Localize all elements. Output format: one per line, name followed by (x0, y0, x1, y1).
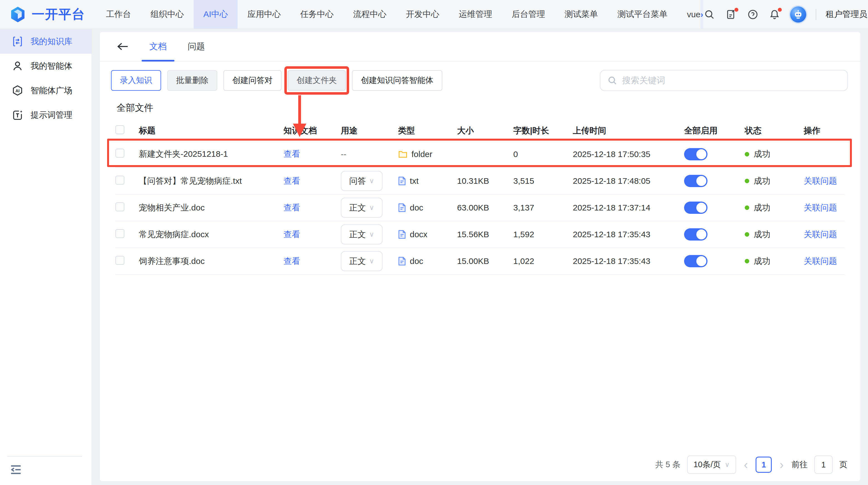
file-title: 新建文件夹-20251218-1 (139, 141, 283, 168)
usage-select[interactable]: 正文∨ (341, 251, 382, 271)
prev-page-icon[interactable]: ‹ (743, 459, 749, 471)
toolbar-buttons: 录入知识批量删除创建问答对创建文件夹创建知识问答智能体 (111, 70, 448, 91)
tab-bar: 文档 问题 (100, 32, 860, 61)
nav-item[interactable]: 后台管理 (502, 0, 555, 29)
button-label: 创建问答对 (232, 75, 273, 86)
related-questions-link[interactable]: 关联问题 (804, 256, 837, 266)
related-questions-link[interactable]: 关联问题 (804, 176, 837, 186)
file-type: folder (411, 149, 432, 159)
view-doc-link[interactable]: 查看 (283, 230, 300, 239)
button-label: 创建知识问答智能体 (361, 75, 433, 86)
help-icon[interactable] (747, 8, 759, 21)
usage-select[interactable]: 正文∨ (341, 198, 382, 218)
file-icon (398, 230, 406, 239)
toolbar-button[interactable]: 创建知识问答智能体 (352, 70, 442, 91)
tab-questions[interactable]: 问题 (177, 32, 216, 61)
status-dot (745, 179, 749, 183)
column-header: 用途 (341, 120, 398, 141)
search-box (600, 70, 848, 91)
sidebar-item[interactable]: 我的智能体 (0, 54, 92, 78)
enable-toggle[interactable] (684, 228, 708, 240)
prompt-manage-icon (12, 109, 23, 121)
file-title: 【问答对】常见宠物病症.txt (139, 168, 283, 194)
search-icon[interactable] (703, 8, 716, 21)
nav-item[interactable]: 流程中心 (343, 0, 396, 29)
goto-page-input[interactable] (814, 455, 833, 474)
sidebar-menu: 我的知识库我的智能体AI智能体广场提示词管理 (0, 29, 92, 127)
assistant-avatar[interactable] (790, 6, 806, 23)
file-size: 10.31KB (457, 168, 513, 194)
nav-item[interactable]: 任务中心 (290, 0, 343, 29)
view-doc-link[interactable]: 查看 (283, 203, 300, 212)
toolbar-button[interactable]: 创建问答对 (223, 70, 282, 91)
toolbar-button[interactable]: 录入知识 (111, 70, 161, 91)
brand-logo[interactable]: 一开平台 (0, 0, 96, 29)
nav-item[interactable]: 工作台 (96, 0, 141, 29)
nav-item[interactable]: 运维管理 (449, 0, 502, 29)
user-role-label[interactable]: 租户管理员 (826, 9, 867, 20)
sidebar-item[interactable]: 我的知识库 (0, 29, 92, 54)
file-table: 标题知识文档用途类型大小字数|时长上传时间全部启用状态操作 新建文件夹-2025… (116, 120, 845, 275)
nav-right-section: 租户管理员 (703, 0, 868, 29)
file-size: 15.56KB (457, 221, 513, 248)
search-input[interactable] (622, 76, 840, 85)
create-folder-button[interactable]: 创建文件夹 (288, 70, 346, 91)
nav-item[interactable]: vue (677, 0, 700, 29)
back-button[interactable] (114, 38, 131, 55)
toolbar-button[interactable]: 批量删除 (167, 70, 217, 91)
bell-icon[interactable] (768, 8, 781, 21)
usage-select[interactable]: 问答∨ (341, 171, 382, 191)
button-label: 创建文件夹 (297, 75, 337, 86)
enable-toggle[interactable] (684, 148, 708, 160)
nav-item[interactable]: 测试平台菜单 (608, 0, 677, 29)
page-suffix: 页 (839, 459, 847, 470)
column-header: 字数|时长 (513, 120, 573, 141)
nav-overflow-indicator[interactable]: › (701, 0, 703, 29)
file-icon (398, 203, 406, 212)
related-questions-link[interactable]: 关联问题 (804, 230, 837, 239)
file-icon (398, 256, 406, 266)
row-checkbox[interactable] (116, 176, 124, 184)
row-checkbox[interactable] (116, 149, 124, 158)
column-header: 类型 (398, 120, 457, 141)
page-size-select[interactable]: 10条/页 ∨ (687, 455, 736, 474)
file-type: doc (410, 256, 423, 266)
usage-select[interactable]: 正文∨ (341, 224, 382, 245)
top-navbar: 一开平台 工作台组织中心AI中心应用中心任务中心流程中心开发中心运维管理后台管理… (0, 0, 868, 29)
page-number-button[interactable]: 1 (755, 457, 772, 473)
chevron-right-icon: › (701, 10, 703, 19)
related-questions-link[interactable]: 关联问题 (804, 203, 837, 212)
goto-label: 前往 (792, 459, 808, 470)
enable-toggle[interactable] (684, 255, 708, 267)
select-all-checkbox[interactable] (116, 125, 124, 134)
view-doc-link[interactable]: 查看 (283, 176, 300, 186)
sidebar-item[interactable]: 提示词管理 (0, 103, 92, 127)
file-type: doc (410, 203, 423, 212)
enable-toggle[interactable] (684, 202, 708, 214)
tabs: 文档 问题 (139, 32, 216, 61)
row-checkbox[interactable] (116, 256, 124, 265)
nav-item[interactable]: AI中心 (194, 0, 238, 29)
nav-item[interactable]: 开发中心 (396, 0, 449, 29)
next-page-icon[interactable]: › (778, 459, 785, 471)
file-type: txt (410, 176, 419, 186)
nav-item[interactable]: 应用中心 (238, 0, 290, 29)
enable-toggle[interactable] (684, 175, 708, 187)
tab-documents[interactable]: 文档 (139, 32, 177, 61)
row-checkbox[interactable] (116, 202, 124, 211)
upload-time: 2025-12-18 17:48:05 (573, 168, 684, 194)
sidebar-item[interactable]: AI智能体广场 (0, 78, 92, 103)
table-row: 新建文件夹-20251218-1查看--folder02025-12-18 17… (116, 141, 845, 168)
nav-item[interactable]: 测试菜单 (555, 0, 608, 29)
agent-plaza-icon: AI (12, 85, 23, 96)
sidebar-item-label: 我的知识库 (31, 36, 72, 47)
view-doc-link[interactable]: 查看 (283, 256, 300, 266)
nav-item[interactable]: 组织中心 (141, 0, 194, 29)
tasks-icon[interactable] (725, 8, 737, 21)
notification-badge (778, 8, 782, 12)
view-doc-link[interactable]: 查看 (283, 149, 300, 159)
table-row: 常见宠物病症.docx查看正文∨docx15.56KB1,5922025-12-… (116, 221, 845, 248)
table-row: 宠物相关产业.doc查看正文∨doc63.00KB3,1372025-12-18… (116, 194, 845, 221)
sidebar-collapse-icon[interactable] (9, 463, 22, 476)
row-checkbox[interactable] (116, 229, 124, 238)
